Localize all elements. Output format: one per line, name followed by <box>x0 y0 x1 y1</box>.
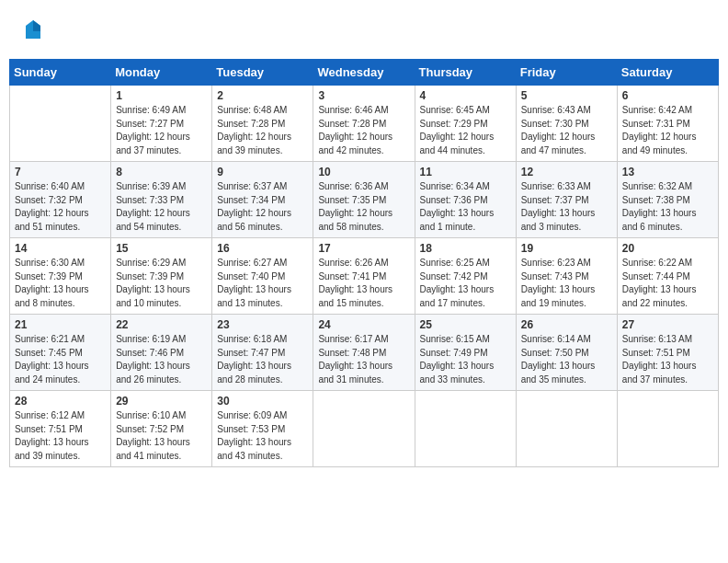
day-number: 30 <box>217 395 308 408</box>
day-number: 27 <box>622 318 713 331</box>
day-number: 17 <box>318 242 409 255</box>
calendar-week-row: 14Sunrise: 6:30 AMSunset: 7:39 PMDayligh… <box>10 238 719 315</box>
day-number: 22 <box>116 318 207 331</box>
weekday-header: Friday <box>516 60 617 86</box>
day-number: 6 <box>622 89 713 102</box>
weekday-header: Tuesday <box>212 60 313 86</box>
day-info: Sunrise: 6:14 AMSunset: 7:50 PMDaylight:… <box>521 333 612 386</box>
calendar-cell: 19Sunrise: 6:23 AMSunset: 7:43 PMDayligh… <box>516 238 617 315</box>
calendar-cell: 30Sunrise: 6:09 AMSunset: 7:53 PMDayligh… <box>212 391 313 467</box>
svg-marker-1 <box>33 20 40 31</box>
logo-icon <box>20 18 46 44</box>
calendar-cell: 26Sunrise: 6:14 AMSunset: 7:50 PMDayligh… <box>516 315 617 391</box>
page-header <box>9 9 719 55</box>
day-number: 18 <box>420 242 511 255</box>
calendar-cell: 21Sunrise: 6:21 AMSunset: 7:45 PMDayligh… <box>10 315 111 391</box>
day-info: Sunrise: 6:36 AMSunset: 7:35 PMDaylight:… <box>318 180 409 234</box>
weekday-header: Thursday <box>415 60 516 86</box>
calendar-cell: 23Sunrise: 6:18 AMSunset: 7:47 PMDayligh… <box>212 315 313 391</box>
day-info: Sunrise: 6:26 AMSunset: 7:41 PMDaylight:… <box>318 257 409 310</box>
calendar-week-row: 28Sunrise: 6:12 AMSunset: 7:51 PMDayligh… <box>10 391 719 467</box>
day-number: 10 <box>318 166 409 178</box>
day-number: 26 <box>521 318 612 331</box>
day-info: Sunrise: 6:43 AMSunset: 7:30 PMDaylight:… <box>521 104 612 157</box>
day-info: Sunrise: 6:49 AMSunset: 7:27 PMDaylight:… <box>116 104 207 157</box>
day-info: Sunrise: 6:18 AMSunset: 7:47 PMDaylight:… <box>217 333 308 386</box>
calendar-week-row: 1Sunrise: 6:49 AMSunset: 7:27 PMDaylight… <box>10 86 719 162</box>
calendar-cell <box>313 391 415 467</box>
day-info: Sunrise: 6:33 AMSunset: 7:37 PMDaylight:… <box>521 180 612 234</box>
day-number: 29 <box>116 395 207 408</box>
calendar-cell: 5Sunrise: 6:43 AMSunset: 7:30 PMDaylight… <box>516 86 617 162</box>
day-info: Sunrise: 6:46 AMSunset: 7:28 PMDaylight:… <box>318 104 409 157</box>
calendar-cell: 18Sunrise: 6:25 AMSunset: 7:42 PMDayligh… <box>415 238 516 315</box>
weekday-header: Monday <box>111 60 212 86</box>
calendar-cell <box>617 391 718 467</box>
day-info: Sunrise: 6:12 AMSunset: 7:51 PMDaylight:… <box>15 409 106 463</box>
calendar-cell <box>415 391 516 467</box>
day-info: Sunrise: 6:30 AMSunset: 7:39 PMDaylight:… <box>15 257 106 310</box>
day-info: Sunrise: 6:09 AMSunset: 7:53 PMDaylight:… <box>217 409 308 463</box>
day-info: Sunrise: 6:17 AMSunset: 7:48 PMDaylight:… <box>318 333 409 386</box>
day-number: 13 <box>622 166 713 178</box>
day-info: Sunrise: 6:37 AMSunset: 7:34 PMDaylight:… <box>217 180 308 234</box>
day-number: 24 <box>318 318 409 331</box>
calendar-header-row: SundayMondayTuesdayWednesdayThursdayFrid… <box>10 60 719 86</box>
day-number: 28 <box>15 395 106 408</box>
calendar-cell: 28Sunrise: 6:12 AMSunset: 7:51 PMDayligh… <box>10 391 111 467</box>
day-number: 25 <box>420 318 511 331</box>
day-number: 12 <box>521 166 612 178</box>
logo-text <box>18 18 46 50</box>
day-number: 2 <box>217 89 308 102</box>
weekday-header: Saturday <box>617 60 718 86</box>
day-number: 9 <box>217 166 308 178</box>
calendar-cell: 12Sunrise: 6:33 AMSunset: 7:37 PMDayligh… <box>516 162 617 238</box>
calendar-week-row: 7Sunrise: 6:40 AMSunset: 7:32 PMDaylight… <box>10 162 719 238</box>
day-number: 16 <box>217 242 308 255</box>
day-number: 15 <box>116 242 207 255</box>
day-number: 20 <box>622 242 713 255</box>
calendar-cell: 15Sunrise: 6:29 AMSunset: 7:39 PMDayligh… <box>111 238 212 315</box>
calendar-cell: 11Sunrise: 6:34 AMSunset: 7:36 PMDayligh… <box>415 162 516 238</box>
calendar-cell: 22Sunrise: 6:19 AMSunset: 7:46 PMDayligh… <box>111 315 212 391</box>
day-info: Sunrise: 6:34 AMSunset: 7:36 PMDaylight:… <box>420 180 511 234</box>
calendar-cell: 27Sunrise: 6:13 AMSunset: 7:51 PMDayligh… <box>617 315 718 391</box>
calendar-cell: 13Sunrise: 6:32 AMSunset: 7:38 PMDayligh… <box>617 162 718 238</box>
calendar-cell: 6Sunrise: 6:42 AMSunset: 7:31 PMDaylight… <box>617 86 718 162</box>
calendar-cell: 1Sunrise: 6:49 AMSunset: 7:27 PMDaylight… <box>111 86 212 162</box>
calendar-week-row: 21Sunrise: 6:21 AMSunset: 7:45 PMDayligh… <box>10 315 719 391</box>
calendar-cell: 14Sunrise: 6:30 AMSunset: 7:39 PMDayligh… <box>10 238 111 315</box>
logo <box>18 18 46 50</box>
weekday-header: Sunday <box>10 60 111 86</box>
calendar-cell: 16Sunrise: 6:27 AMSunset: 7:40 PMDayligh… <box>212 238 313 315</box>
day-info: Sunrise: 6:19 AMSunset: 7:46 PMDaylight:… <box>116 333 207 386</box>
calendar-cell <box>516 391 617 467</box>
day-number: 23 <box>217 318 308 331</box>
calendar-cell: 9Sunrise: 6:37 AMSunset: 7:34 PMDaylight… <box>212 162 313 238</box>
day-number: 21 <box>15 318 106 331</box>
calendar-cell: 29Sunrise: 6:10 AMSunset: 7:52 PMDayligh… <box>111 391 212 467</box>
calendar-cell: 25Sunrise: 6:15 AMSunset: 7:49 PMDayligh… <box>415 315 516 391</box>
calendar-cell: 3Sunrise: 6:46 AMSunset: 7:28 PMDaylight… <box>313 86 415 162</box>
day-number: 19 <box>521 242 612 255</box>
day-number: 4 <box>420 89 511 102</box>
day-info: Sunrise: 6:23 AMSunset: 7:43 PMDaylight:… <box>521 257 612 310</box>
calendar-cell <box>10 86 111 162</box>
calendar-cell: 4Sunrise: 6:45 AMSunset: 7:29 PMDaylight… <box>415 86 516 162</box>
weekday-header: Wednesday <box>313 60 415 86</box>
day-info: Sunrise: 6:21 AMSunset: 7:45 PMDaylight:… <box>15 333 106 386</box>
day-info: Sunrise: 6:29 AMSunset: 7:39 PMDaylight:… <box>116 257 207 310</box>
day-info: Sunrise: 6:32 AMSunset: 7:38 PMDaylight:… <box>622 180 713 234</box>
calendar-cell: 8Sunrise: 6:39 AMSunset: 7:33 PMDaylight… <box>111 162 212 238</box>
day-number: 7 <box>15 166 106 178</box>
day-info: Sunrise: 6:15 AMSunset: 7:49 PMDaylight:… <box>420 333 511 386</box>
calendar-cell: 17Sunrise: 6:26 AMSunset: 7:41 PMDayligh… <box>313 238 415 315</box>
calendar-cell: 20Sunrise: 6:22 AMSunset: 7:44 PMDayligh… <box>617 238 718 315</box>
day-number: 14 <box>15 242 106 255</box>
day-info: Sunrise: 6:10 AMSunset: 7:52 PMDaylight:… <box>116 409 207 463</box>
calendar-cell: 10Sunrise: 6:36 AMSunset: 7:35 PMDayligh… <box>313 162 415 238</box>
calendar-cell: 2Sunrise: 6:48 AMSunset: 7:28 PMDaylight… <box>212 86 313 162</box>
day-number: 11 <box>420 166 511 178</box>
calendar-table: SundayMondayTuesdayWednesdayThursdayFrid… <box>9 59 719 467</box>
day-info: Sunrise: 6:40 AMSunset: 7:32 PMDaylight:… <box>15 180 106 234</box>
